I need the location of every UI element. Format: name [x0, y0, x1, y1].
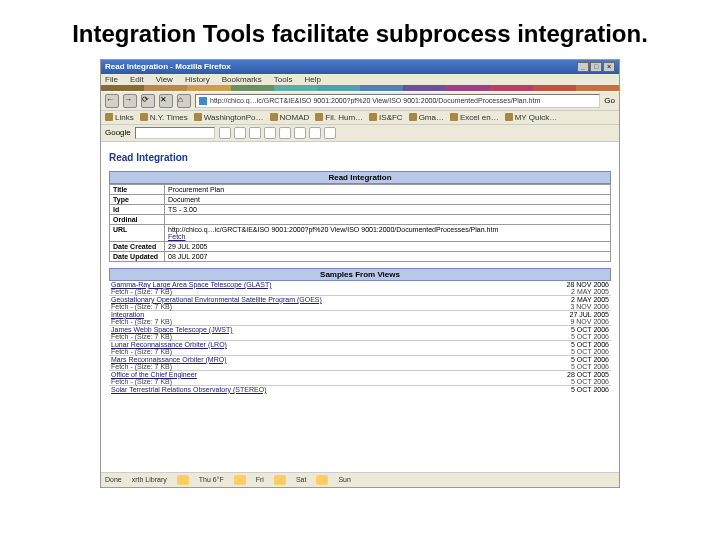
sample-row: Geostationary Operational Environmental … — [109, 296, 611, 303]
sample-link[interactable]: Gamma-Ray Large Area Space Telescope (GL… — [111, 281, 272, 288]
google-icon-4[interactable] — [264, 127, 276, 139]
fetch-label[interactable]: Fetch - (Size: 7 KB) — [111, 363, 172, 370]
fetch-link[interactable]: Fetch — [168, 233, 186, 240]
forward-button[interactable]: → — [123, 94, 137, 108]
bookmark-item[interactable]: IS&FC — [369, 113, 403, 122]
field-updated-label: Date Updated — [110, 251, 165, 261]
google-icon-2[interactable] — [234, 127, 246, 139]
sample-link[interactable]: Office of the Chief Engineer — [111, 371, 197, 378]
field-id-value: TS - 3.00 — [165, 204, 611, 214]
nav-toolbar: ← → ⟳ ✕ ⌂ http://chico.q…ic/GRCT&IE&ISO … — [101, 91, 619, 111]
field-url-label: URL — [110, 224, 165, 241]
status-weather: Thu 6°F — [199, 476, 224, 483]
bookmark-icon — [450, 113, 458, 121]
bookmark-icon — [315, 113, 323, 121]
menu-file[interactable]: File — [105, 75, 118, 84]
fetch-date: 5 OCT 2006 — [571, 333, 609, 340]
bookmark-item[interactable]: Links — [105, 113, 134, 122]
menu-bookmarks[interactable]: Bookmarks — [222, 75, 262, 84]
google-icon-7[interactable] — [309, 127, 321, 139]
section-header-read: Read Integration — [109, 171, 611, 184]
fetch-label[interactable]: Fetch - (Size: 7 KB) — [111, 333, 172, 340]
fetch-label[interactable]: Fetch - (Size: 7 KB) — [111, 303, 172, 310]
bookmark-item[interactable]: Fil. Hum… — [315, 113, 363, 122]
field-url-value: http://chico.q…ic/GRCT&IE&ISO 9001:2000?… — [165, 224, 611, 241]
bookmark-item[interactable]: WashingtonPo… — [194, 113, 264, 122]
bookmark-item[interactable]: MY Quick… — [505, 113, 558, 122]
field-created-value: 29 JUL 2005 — [165, 241, 611, 251]
field-updated-value: 08 JUL 2007 — [165, 251, 611, 261]
fetch-label[interactable]: Fetch - (Size: 7 KB) — [111, 348, 172, 355]
menu-tools[interactable]: Tools — [274, 75, 293, 84]
fetch-label[interactable]: Fetch - (Size: 7 KB) — [111, 318, 172, 325]
reload-button[interactable]: ⟳ — [141, 94, 155, 108]
sample-link[interactable]: Geostationary Operational Environmental … — [111, 296, 322, 303]
sample-fetch-row: Fetch - (Size: 7 KB)5 OCT 2006 — [109, 348, 611, 356]
google-search-input[interactable] — [135, 127, 215, 139]
url-bar[interactable]: http://chico.q…ic/GRCT&IE&ISO 9001:2000?… — [195, 94, 600, 108]
sample-link[interactable]: Mars Reconnaissance Orbiter (MRO) — [111, 356, 227, 363]
fetch-label[interactable]: Fetch - (Size: 7 KB) — [111, 378, 172, 385]
bookmark-icon — [140, 113, 148, 121]
status-sun: Sun — [338, 476, 350, 483]
google-icon-6[interactable] — [294, 127, 306, 139]
sample-fetch-row: Fetch - (Size: 7 KB)5 OCT 2006 — [109, 378, 611, 386]
sample-fetch-row: Fetch - (Size: 7 KB)3 NOV 2006 — [109, 303, 611, 311]
bookmark-item[interactable]: Excel en… — [450, 113, 499, 122]
fetch-date: 3 NOV 2006 — [570, 303, 609, 310]
sample-date: 28 NOV 2006 — [567, 281, 609, 288]
stop-button[interactable]: ✕ — [159, 94, 173, 108]
sample-link[interactable]: Lunar Reconnaissance Orbiter (LRO) — [111, 341, 227, 348]
statusbar: Done xrth Library Thu 6°F Fri Sat Sun — [101, 472, 619, 487]
field-type-value: Document — [165, 194, 611, 204]
fetch-label[interactable]: Fetch - (Size: 7 KB) — [111, 288, 172, 295]
section-header-samples: Samples From Views — [109, 268, 611, 281]
back-button[interactable]: ← — [105, 94, 119, 108]
bookmark-item[interactable]: N.Y. Times — [140, 113, 188, 122]
close-button[interactable]: × — [603, 62, 615, 72]
sample-link[interactable]: Integration — [111, 311, 144, 318]
menu-edit[interactable]: Edit — [130, 75, 144, 84]
minimize-button[interactable]: _ — [577, 62, 589, 72]
sample-link[interactable]: James Webb Space Telescope (JWST) — [111, 326, 233, 333]
google-icon-3[interactable] — [249, 127, 261, 139]
field-title-label: Title — [110, 184, 165, 194]
google-icon-1[interactable] — [219, 127, 231, 139]
site-icon — [199, 97, 207, 105]
sample-row: Solar Terrestrial Relations Observatory … — [109, 386, 611, 393]
sample-link[interactable]: Solar Terrestrial Relations Observatory … — [111, 386, 266, 393]
field-title-value: Procurement Plan — [165, 184, 611, 194]
menu-view[interactable]: View — [156, 75, 173, 84]
info-table: TitleProcurement Plan TypeDocument IdTS … — [109, 184, 611, 262]
bookmark-item[interactable]: NOMAD — [270, 113, 310, 122]
sample-fetch-row: Fetch - (Size: 7 KB)5 OCT 2006 — [109, 363, 611, 371]
bookmark-icon — [270, 113, 278, 121]
status-library[interactable]: xrth Library — [132, 476, 167, 483]
maximize-button[interactable]: □ — [590, 62, 602, 72]
status-sat: Sat — [296, 476, 307, 483]
home-button[interactable]: ⌂ — [177, 94, 191, 108]
bookmark-item[interactable]: Gma… — [409, 113, 444, 122]
window-controls: _ □ × — [577, 62, 615, 72]
weather-icon — [177, 475, 189, 485]
sample-row: Office of the Chief Engineer28 OCT 2005 — [109, 371, 611, 378]
sample-row: Integration27 JUL 2005 — [109, 311, 611, 318]
google-icon-5[interactable] — [279, 127, 291, 139]
menu-history[interactable]: History — [185, 75, 210, 84]
go-button[interactable]: Go — [604, 96, 615, 105]
url-text: http://chico.q…ic/GRCT&IE&ISO 9001:2000?… — [210, 97, 540, 104]
titlebar: Read Integration - Mozilla Firefox _ □ × — [101, 60, 619, 74]
menu-help[interactable]: Help — [304, 75, 320, 84]
google-toolbar: Google — [101, 125, 619, 142]
google-icon-8[interactable] — [324, 127, 336, 139]
fetch-date: 5 OCT 2006 — [571, 378, 609, 385]
slide-title: Integration Tools facilitate subprocess … — [0, 0, 720, 59]
bookmark-icon — [194, 113, 202, 121]
field-ordinal-value — [165, 214, 611, 224]
sample-date: 28 OCT 2005 — [567, 371, 609, 378]
bookmark-icon — [105, 113, 113, 121]
weather-icon-sat — [274, 475, 286, 485]
bookmark-icon — [409, 113, 417, 121]
sample-row: Lunar Reconnaissance Orbiter (LRO)5 OCT … — [109, 341, 611, 348]
browser-window: Read Integration - Mozilla Firefox _ □ ×… — [100, 59, 620, 488]
